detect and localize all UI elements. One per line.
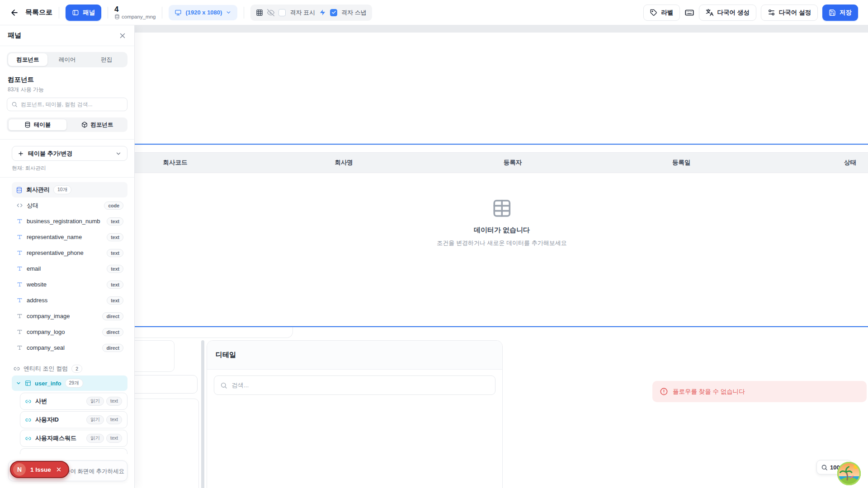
type-badge: text — [106, 415, 122, 424]
components-available-count: 83개 사용 가능 — [8, 86, 127, 94]
column-header[interactable]: 등록자 — [428, 153, 597, 173]
tab-layers[interactable]: 레이어 — [47, 53, 87, 66]
column-header[interactable]: 상태 — [766, 153, 868, 173]
join-field-card[interactable]: 사용자ID 읽기 text — [20, 411, 127, 428]
join-field-name: 사용자ID — [35, 416, 59, 424]
field-name: address — [27, 297, 47, 304]
field-type-badge: text — [107, 296, 123, 305]
link-icon — [25, 417, 31, 423]
viewport-size-value: (868 x 488) — [185, 9, 222, 16]
keyboard-icon — [684, 8, 694, 18]
join-field-name: 사번 — [35, 397, 47, 405]
flow-error-alert: 플로우를 찾을 수 없습니다 — [652, 381, 867, 402]
field-row[interactable]: representative_name text — [12, 229, 127, 245]
label-button-text: 라벨 — [661, 9, 673, 17]
panel-title: 패널 — [8, 31, 21, 40]
grid-snap-label[interactable]: 격자 스냅 — [341, 9, 367, 17]
alert-circle-icon — [660, 387, 668, 396]
join-field-card[interactable]: 사번 읽기 text — [20, 393, 127, 410]
magnifier-icon — [821, 464, 828, 471]
empty-state-title: 데이터가 없습니다 — [474, 226, 530, 235]
toolbar-divider — [59, 7, 59, 19]
i18n-generate-button[interactable]: 다국어 생성 — [699, 5, 756, 21]
back-button[interactable] — [10, 8, 19, 17]
panel-resize-divider[interactable] — [201, 340, 204, 488]
toggle-tables-label: 테이블 — [34, 121, 51, 129]
panel-divider — [0, 177, 134, 178]
text-type-icon — [17, 313, 23, 319]
field-type-badge: code — [104, 202, 123, 210]
issue-count-label: 1 Issue — [30, 466, 51, 473]
component-search-field[interactable] — [7, 98, 127, 111]
chevron-down-icon — [226, 9, 231, 15]
panel-toggle-button[interactable]: 패널 — [66, 5, 101, 21]
field-name: company_seal — [27, 344, 65, 351]
field-count-badge: 10개 — [53, 185, 71, 194]
text-type-icon — [17, 266, 23, 272]
text-type-icon — [17, 345, 23, 351]
i18n-generate-text: 다국어 생성 — [717, 9, 749, 17]
detail-panel[interactable]: 디테일 — [207, 340, 503, 488]
join-count-badge: 2 — [71, 365, 82, 373]
components-section-title: 컴포넌트 — [8, 75, 127, 84]
field-row[interactable]: email text — [12, 261, 127, 277]
code-icon — [17, 202, 23, 208]
save-button[interactable]: 저장 — [822, 5, 858, 21]
field-row[interactable]: 상태 code — [12, 197, 127, 213]
detail-panel-title: 디테일 — [216, 351, 236, 359]
label-button[interactable]: 라벨 — [643, 5, 680, 21]
column-header[interactable]: 회사명 — [259, 153, 428, 173]
save-button-text: 저장 — [840, 9, 852, 17]
detail-search-input[interactable] — [231, 382, 489, 389]
field-row[interactable]: address text — [12, 292, 127, 308]
toggle-components[interactable]: 컴포넌트 — [68, 119, 126, 131]
detail-search-field[interactable] — [214, 375, 495, 395]
field-row[interactable]: company_seal direct — [12, 340, 127, 356]
i18n-settings-text: 다국어 설정 — [779, 9, 811, 17]
i18n-settings-button[interactable]: 다국어 설정 — [761, 5, 818, 21]
panel-divider — [0, 139, 134, 140]
table-group-row[interactable]: 회사관리 10개 — [12, 182, 127, 197]
keyboard-shortcuts-button[interactable] — [684, 8, 694, 18]
database-icon — [114, 14, 120, 19]
field-type-badge: direct — [102, 312, 123, 320]
chevron-down-icon — [115, 150, 122, 157]
access-badge: 읽기 — [86, 415, 104, 424]
link-icon — [25, 399, 31, 404]
database-icon — [24, 122, 31, 128]
tab-edit[interactable]: 편집 — [87, 53, 126, 66]
island-badge[interactable] — [836, 461, 862, 486]
table-group-name: 회사관리 — [26, 186, 50, 194]
back-to-list-label[interactable]: 목록으로 — [25, 8, 52, 17]
database-icon — [16, 187, 23, 193]
close-icon[interactable] — [56, 466, 62, 473]
grid-show-label[interactable]: 격자 표시 — [290, 9, 315, 17]
field-type-badge: text — [107, 265, 123, 273]
field-row[interactable]: company_image direct — [12, 308, 127, 324]
column-header[interactable]: 등록일 — [597, 153, 766, 173]
grid-snap-checkbox[interactable] — [330, 9, 337, 16]
field-row[interactable]: company_logo direct — [12, 324, 127, 340]
grid-show-checkbox[interactable] — [278, 9, 286, 16]
issue-counter-pill[interactable]: N 1 Issue — [10, 461, 69, 478]
text-type-icon — [17, 282, 23, 287]
entity-join-label: 엔티티 조인 컬럼 — [24, 365, 68, 373]
top-toolbar: 목록으로 패널 4 company_mng — [0, 0, 868, 25]
toggle-tables[interactable]: 테이블 — [8, 119, 67, 131]
viewport-size-dropdown[interactable]: (868 x 488) — [169, 5, 237, 20]
field-row[interactable]: representative_phone text — [12, 245, 127, 261]
access-badge: 읽기 — [86, 434, 104, 443]
close-icon[interactable] — [118, 32, 127, 40]
join-field-card-clipped[interactable] — [20, 448, 127, 454]
join-field-card[interactable]: 사용자패스워드 읽기 text — [20, 430, 127, 447]
component-search-input[interactable] — [21, 101, 123, 108]
lightning-icon — [319, 9, 326, 16]
tab-components[interactable]: 컴포넌트 — [8, 53, 47, 66]
panel-toggle-label: 패널 — [83, 9, 95, 17]
join-table-row-user-info[interactable]: user_info 29개 — [12, 375, 127, 391]
box-icon — [81, 122, 88, 128]
field-row[interactable]: business_registration_numb text — [12, 213, 127, 229]
add-table-dropdown[interactable]: 테이블 추가/변경 — [12, 146, 127, 161]
field-row[interactable]: website text — [12, 277, 127, 292]
text-type-icon — [17, 250, 23, 256]
